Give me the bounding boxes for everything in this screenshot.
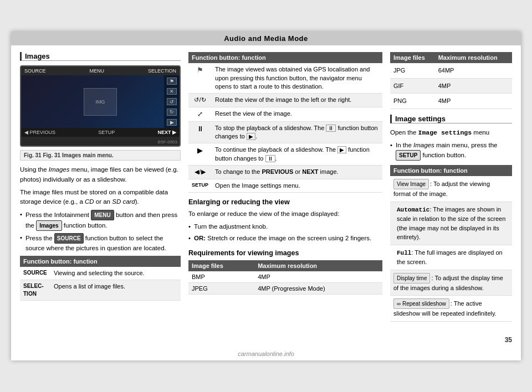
- view-image-row: View Image: To adjust the viewing format…: [390, 176, 512, 202]
- fig-caption: Fig. 31 Fig. 31 Images main menu.: [20, 150, 181, 161]
- body-text-2: The image files must be stored on a comp…: [20, 188, 181, 207]
- table-row: BMP 4MP: [188, 271, 382, 283]
- table-row: JPG 64MP: [390, 63, 512, 78]
- repeat-slideshow-badge: ∞ Repeat slideshow: [393, 298, 449, 309]
- selection-label: SELECTION: [148, 68, 176, 74]
- gps-icon-cell: ⚑: [188, 63, 212, 94]
- screen-placeholder: IMG: [96, 99, 105, 105]
- table-row: Full: The full images are displayed on t…: [390, 245, 512, 270]
- page-content: Images SOURCE MENU SELECTION ⚑ ✕ ↺ ↻ ▶: [11, 45, 521, 334]
- menu-label: MENU: [90, 68, 105, 74]
- previous-label: ◀ PREVIOUS: [24, 130, 55, 135]
- jpg-res: 64MP: [435, 63, 512, 78]
- reset-icon-cell: ⤢: [188, 107, 212, 121]
- selection-cell: SELEC­TION: [20, 280, 50, 300]
- source-label: SOURCE: [24, 68, 46, 74]
- jpeg-cell: JPEG: [188, 282, 254, 294]
- req-table: Image files Maximum resolution BMP 4MP J…: [188, 260, 382, 295]
- automatic-row: Automatic: The images are shown in scale…: [390, 202, 512, 245]
- gps-desc: The image viewed was obtained via GPS lo…: [212, 63, 382, 94]
- png-cell: PNG: [390, 94, 435, 109]
- gif-res: 4MP: [435, 78, 512, 94]
- table-row: GIF 4MP: [390, 78, 512, 94]
- setup-icon-cell: SETUP: [188, 179, 212, 192]
- bullet-2: Press the SOURCE function button to sele…: [20, 233, 181, 253]
- middle-func-table: Function button: function ⚑ The image vi…: [188, 52, 382, 193]
- repeat-slideshow-row: ∞ Repeat slideshow: The active slideshow…: [390, 296, 512, 322]
- table-row: PNG 4MP: [390, 94, 512, 109]
- right-col1-header: Image files: [390, 52, 435, 63]
- display-time-row: Display time: To adjust the display time…: [390, 270, 512, 296]
- display-time-badge: Display time: [393, 273, 430, 283]
- selection-desc: Opens a list of image files.: [50, 280, 181, 300]
- left-func-table: Function button: function SOURCE Viewing…: [20, 256, 181, 301]
- req-col1-header: Image files: [188, 260, 254, 271]
- right-func-header: Function button: function: [390, 165, 512, 176]
- bmp-cell: BMP: [188, 271, 254, 283]
- reset-desc: Reset the view of the image.: [212, 107, 382, 121]
- enlarging-title: Enlarging or reducing the view: [188, 198, 382, 206]
- pause-desc: To stop the playback of a slideshow. The…: [212, 121, 382, 143]
- automatic-badge: Automatic: [397, 207, 429, 213]
- left-column: Images SOURCE MENU SELECTION ⚑ ✕ ↺ ↻ ▶: [20, 52, 181, 327]
- body-text-1: Using the Images menu, image files can b…: [20, 165, 181, 184]
- table-row: SETUP Open the Image settings menu.: [188, 179, 382, 192]
- png-res: 4MP: [435, 94, 512, 109]
- screen-code: B5F-0503: [158, 140, 177, 145]
- right-image-table: Image files Maximum resolution JPG 64MP …: [390, 52, 512, 109]
- table-row: ⏸ To stop the playback of a slideshow. T…: [188, 121, 382, 143]
- page-number: 35: [11, 334, 521, 348]
- screen-sidebar: ⚑ ✕ ↺ ↻ ▶: [164, 75, 180, 128]
- table-row: JPEG 4MP (Progressive Mode): [188, 282, 382, 294]
- setup-label: SETUP: [98, 130, 115, 135]
- screen-icon-5: ▶: [167, 119, 177, 126]
- next-label: NEXT ▶: [157, 130, 176, 135]
- screen-icon-2: ✕: [167, 88, 177, 95]
- right-col2-header: Maximum resolution: [435, 52, 512, 63]
- middle-func-table-header: Function button: function: [188, 52, 382, 63]
- bullet-turn: Turn the adjustment knob.: [188, 222, 382, 231]
- page: Audio and Media Mode Images SOURCE MENU …: [11, 32, 521, 360]
- jpeg-res: 4MP (Progressive Mode): [254, 282, 382, 294]
- table-row: Automatic: The images are shown in scale…: [390, 202, 512, 245]
- rotate-desc: Rotate the view of the image to the left…: [212, 94, 382, 107]
- rotate-icon-cell: ↺/↻: [188, 94, 212, 107]
- enlarging-body: To enlarge or reduce the view of the ima…: [188, 209, 382, 219]
- watermark: carmanualonline.info: [11, 348, 521, 360]
- car-screen: SOURCE MENU SELECTION ⚑ ✕ ↺ ↻ ▶ IMG: [20, 65, 181, 147]
- source-desc: Viewing and selecting the source.: [50, 267, 181, 280]
- bullet-1: Press the Infotainment MENU button and t…: [20, 210, 181, 231]
- setup-desc: Open the Image settings menu.: [212, 179, 382, 192]
- table-row: ∞ Repeat slideshow: The active slideshow…: [390, 296, 512, 322]
- prevnext-desc: To change to the PREVIOUS or NEXT image.: [212, 166, 382, 179]
- jpg-cell: JPG: [390, 63, 435, 78]
- right-func-table: Function button: function View Image: To…: [390, 165, 512, 322]
- full-row: Full: The full images are displayed on t…: [390, 245, 512, 270]
- view-image-badge: View Image: [393, 179, 429, 189]
- table-row: View Image: To adjust the viewing format…: [390, 176, 512, 202]
- screen-top-bar: SOURCE MENU SELECTION: [21, 66, 180, 75]
- table-row: SELEC­TION Opens a list of image files.: [20, 280, 181, 300]
- table-row: ▶ To continue the playback of a slidesho…: [188, 143, 382, 166]
- play-desc: To continue the playback of a slideshow.…: [212, 143, 382, 166]
- table-row: ↺/↻ Rotate the view of the image to the …: [188, 94, 382, 107]
- left-func-table-header: Function button: function: [20, 256, 181, 267]
- play-icon-cell: ▶: [188, 143, 212, 166]
- gif-cell: GIF: [390, 78, 435, 94]
- table-row: ◀/▶ To change to the PREVIOUS or NEXT im…: [188, 166, 382, 179]
- open-menu-text: Open the Image settings menu: [390, 128, 512, 137]
- bullet-or: OR: Stretch or reduce the image on the s…: [188, 234, 382, 243]
- req-col2-header: Maximum resolution: [254, 260, 382, 271]
- page-header: Audio and Media Mode: [11, 32, 521, 45]
- middle-column: Function button: function ⚑ The image vi…: [188, 52, 382, 327]
- source-cell: SOURCE: [20, 267, 50, 280]
- screen-icon-1: ⚑: [167, 78, 177, 85]
- screen-icon-3: ↺: [167, 98, 177, 105]
- table-row: Display time: To adjust the display time…: [390, 270, 512, 296]
- images-section-title: Images: [20, 52, 181, 61]
- table-row: SOURCE Viewing and selecting the source.: [20, 267, 181, 280]
- header-text: Audio and Media Mode: [224, 34, 308, 43]
- pause-icon-cell: ⏸: [188, 121, 212, 143]
- screen-bottom-bar: ◀ PREVIOUS SETUP NEXT ▶: [21, 128, 180, 137]
- image-settings-title: Image settings: [390, 115, 512, 123]
